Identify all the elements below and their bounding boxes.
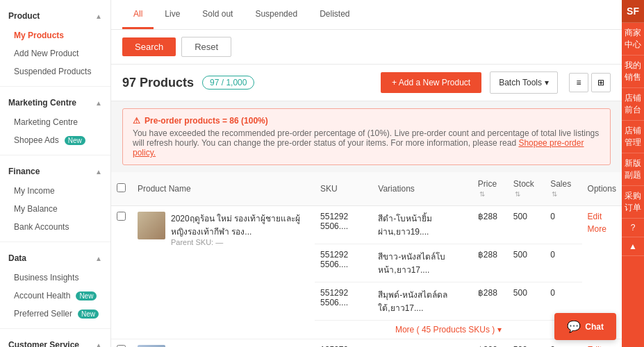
- sidebar-item-label-add-new-product: Add New Product: [14, 49, 79, 58]
- row1-var1-stock: 500: [508, 206, 545, 244]
- alert-banner: ⚠ Pre-order products = 86 (100%) You hav…: [122, 108, 611, 165]
- sidebar-section-label-data: Data: [8, 253, 26, 263]
- sidebar-section-header-marketing[interactable]: Marketing Centre ▲: [0, 92, 110, 113]
- row1-var3-variation: สีมุพด์-หนังสไตล์ดลใต้,ยาว17....: [372, 282, 472, 321]
- table-header-sales[interactable]: Sales ⇅: [545, 172, 581, 206]
- tab-delisted[interactable]: Delisted: [308, 0, 361, 29]
- sidebar-item-business-insights[interactable]: Business Insights: [0, 269, 110, 287]
- sf-scroll-up-item[interactable]: ▲: [622, 237, 644, 256]
- row1-product-image: [138, 212, 165, 239]
- row1-var1-variation: สีดำ-โบหน้ายิ้มผ่าน,ยาว19....: [372, 206, 472, 244]
- sidebar-item-bank-accounts[interactable]: Bank Accounts: [0, 218, 110, 236]
- row1-more-link[interactable]: More: [588, 224, 616, 234]
- sidebar-section-header-finance[interactable]: Finance ▲: [0, 161, 110, 182]
- products-header: 97 Products 97 / 1,000 + Add a New Produ…: [111, 65, 622, 101]
- batch-tools-button[interactable]: Batch Tools ▾: [490, 71, 558, 94]
- sidebar-item-label-my-balance: My Balance: [14, 204, 58, 214]
- sidebar-item-add-new-product[interactable]: Add New Product: [0, 44, 110, 62]
- sf-shop-manage-item[interactable]: 店铺管理: [622, 121, 644, 153]
- row2-checkbox-cell: [111, 339, 132, 348]
- sidebar-section-label-customer-service: Customer Service: [8, 340, 79, 347]
- row1-var1-sku: 551292 5506....: [315, 206, 372, 244]
- row1-var1-sales: 0: [545, 206, 581, 244]
- add-product-label: + Add a New Product: [392, 78, 470, 87]
- sf-sales-item[interactable]: 我的销售: [622, 56, 644, 88]
- sidebar-item-label-bank-accounts: Bank Accounts: [14, 222, 69, 232]
- row1-edit-link[interactable]: Edit: [588, 212, 616, 221]
- list-view-button[interactable]: ≡: [569, 73, 588, 92]
- list-view-icon: ≡: [576, 78, 581, 87]
- row2-var1-price: ฿200: [472, 339, 508, 348]
- sf-help-item[interactable]: ?: [622, 219, 644, 237]
- row2-options-cell: Edit More: [582, 339, 622, 348]
- tab-live[interactable]: Live: [154, 0, 191, 29]
- row1-checkbox[interactable]: [117, 212, 126, 221]
- alert-text: You have exceeded the recommended pre-or…: [133, 128, 600, 158]
- sidebar-item-my-income[interactable]: My Income: [0, 182, 110, 200]
- row1-checkbox-cell: [111, 206, 132, 339]
- chevron-down-icon: ▾: [545, 78, 549, 87]
- sf-copy-item[interactable]: 新版副题: [622, 153, 644, 186]
- row1-parent-sku: Parent SKU: —: [171, 238, 309, 246]
- sidebar-item-label-marketing-centre: Marketing Centre: [14, 117, 78, 127]
- row1-var1-price: ฿288: [472, 206, 508, 244]
- tab-suspended[interactable]: Suspended: [244, 0, 308, 29]
- row1-product-text: 2020ฤดูร้อน ใหม่ รองเท้าผู้ชายและผู้หญิง…: [171, 212, 309, 246]
- sf-sidebar: SF 商家中心 我的销售 店铺前台 店铺管理 新版副题 采购订单 ? ▲: [622, 0, 644, 347]
- preferred-seller-badge: New: [78, 310, 99, 319]
- table-header-sku: SKU: [315, 172, 372, 206]
- shopee-ads-badge: New: [65, 136, 85, 145]
- tab-all-label: All: [133, 9, 142, 19]
- table-header-row: Product Name SKU Variations Price ⇅ Stoc…: [111, 172, 622, 206]
- sidebar-section-header-data[interactable]: Data ▲: [0, 248, 110, 269]
- sidebar-section-header-product[interactable]: Product ▲: [0, 6, 110, 26]
- more-skus-cell[interactable]: More ( 45 Products SKUs ) ▾: [315, 321, 582, 339]
- sidebar: Product ▲ My Products Add New Product Su…: [0, 0, 111, 347]
- table-header-stock[interactable]: Stock ⇅: [508, 172, 545, 206]
- sidebar-item-marketing-centre[interactable]: Marketing Centre: [0, 113, 110, 131]
- sidebar-section-customer-service: Customer Service ▲ Chat Assistant: [0, 329, 110, 347]
- main-content: All Live Sold out Suspended Delisted Sea…: [111, 0, 622, 347]
- reset-button[interactable]: Reset: [181, 37, 231, 57]
- tab-live-label: Live: [165, 9, 180, 19]
- chat-label: Chat: [585, 322, 604, 332]
- row1-var2-variation: สีขาว-หนังสไตล์โบหน้า,ยาว17....: [372, 244, 472, 282]
- add-product-button[interactable]: + Add a New Product: [381, 72, 481, 93]
- sidebar-section-product: Product ▲ My Products Add New Product Su…: [0, 0, 110, 87]
- sidebar-item-preferred-seller[interactable]: Preferred Seller New: [0, 305, 110, 323]
- grid-view-button[interactable]: ⊞: [591, 73, 611, 92]
- sidebar-item-my-balance[interactable]: My Balance: [0, 200, 110, 218]
- sidebar-item-label-my-products: My Products: [14, 31, 64, 40]
- sidebar-item-label-preferred-seller: Preferred Seller: [14, 309, 72, 319]
- chat-button[interactable]: 💬 Chat: [554, 313, 616, 340]
- search-button[interactable]: Search: [122, 37, 176, 56]
- sf-orders-item[interactable]: 采购订单: [622, 186, 644, 219]
- tab-suspended-label: Suspended: [255, 9, 297, 19]
- row2-var1-sales: 0: [545, 339, 581, 348]
- sf-home-item[interactable]: 商家中心: [622, 23, 644, 56]
- table-header-variations: Variations: [372, 172, 472, 206]
- sidebar-section-data: Data ▲ Business Insights Account Health …: [0, 242, 110, 329]
- table-header-options: Options: [582, 172, 622, 206]
- sidebar-item-shopee-ads[interactable]: Shopee Ads New: [0, 131, 110, 149]
- chevron-up-icon: ▲: [95, 12, 102, 20]
- tab-all[interactable]: All: [122, 0, 154, 29]
- sidebar-section-label-marketing: Marketing Centre: [8, 98, 76, 108]
- table-header-product-name: Product Name: [132, 172, 315, 206]
- chevron-up-icon-marketing: ▲: [95, 99, 102, 107]
- sidebar-item-suspended-products[interactable]: Suspended Products: [0, 62, 110, 81]
- table-header-price[interactable]: Price ⇅: [472, 172, 508, 206]
- sidebar-section-header-customer-service[interactable]: Customer Service ▲: [0, 335, 110, 347]
- batch-tools-label: Batch Tools: [499, 78, 542, 87]
- select-all-checkbox[interactable]: [117, 183, 126, 192]
- sf-shop-front-item[interactable]: 店铺前台: [622, 88, 644, 121]
- tab-sold-out[interactable]: Sold out: [191, 0, 244, 29]
- tabs-bar: All Live Sold out Suspended Delisted: [111, 0, 622, 30]
- tab-delisted-label: Delisted: [320, 9, 349, 19]
- sidebar-item-my-products[interactable]: My Products: [0, 26, 110, 44]
- row1-var2-stock: 500: [508, 244, 545, 282]
- sidebar-item-account-health[interactable]: Account Health New: [0, 287, 110, 305]
- alert-title: ⚠ Pre-order products = 86 (100%): [133, 116, 600, 126]
- row1-product-name-wrapper: 2020ฤดูร้อน ใหม่ รองเท้าผู้ชายและผู้หญิง…: [138, 212, 309, 246]
- row1-var2-sku: 551292 5506....: [315, 244, 372, 282]
